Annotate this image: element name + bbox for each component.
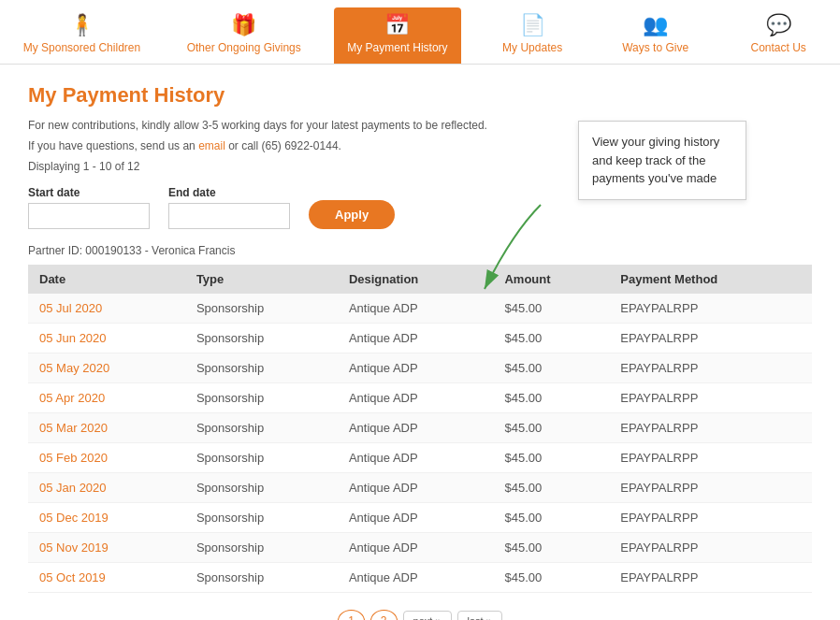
cell-designation: Antique ADP (338, 473, 494, 503)
cell-type: Sponsorship (185, 353, 338, 383)
next-button[interactable]: next » (403, 611, 452, 620)
cell-date: 05 May 2020 (28, 353, 185, 383)
calendar-icon: 📅 (384, 13, 410, 37)
table-row: 05 Nov 2019 Sponsorship Antique ADP $45.… (28, 533, 812, 563)
start-date-label: Start date (28, 186, 150, 199)
cell-amount: $45.00 (493, 294, 609, 324)
cell-designation: Antique ADP (338, 353, 494, 383)
email-link[interactable]: email (198, 139, 225, 152)
apply-button[interactable]: Apply (309, 200, 395, 229)
end-date-input[interactable] (168, 203, 290, 229)
cell-amount: $45.00 (493, 353, 609, 383)
navigation-bar: 🧍 My Sponsored Children 🎁 Other Ongoing … (0, 0, 840, 65)
nav-item-ways-to-give[interactable]: 👥 Ways to Give (604, 7, 707, 64)
cell-type: Sponsorship (185, 503, 338, 533)
cell-type: Sponsorship (185, 533, 338, 563)
nav-item-sponsored-children[interactable]: 🧍 My Sponsored Children (10, 7, 153, 64)
table-row: 05 Oct 2019 Sponsorship Antique ADP $45.… (28, 563, 812, 593)
table-row: 05 Apr 2020 Sponsorship Antique ADP $45.… (28, 383, 812, 413)
cell-amount: $45.00 (493, 533, 609, 563)
page-content: View your giving history and keep track … (0, 65, 840, 620)
cell-amount: $45.00 (493, 443, 609, 473)
cell-method: EPAYPALRPP (609, 443, 812, 473)
payment-table: Date Type Designation Amount Payment Met… (28, 265, 812, 593)
cell-type: Sponsorship (185, 413, 338, 443)
cell-method: EPAYPALRPP (609, 383, 812, 413)
tooltip-box: View your giving history and keep track … (578, 121, 746, 200)
cell-designation: Antique ADP (338, 443, 494, 473)
cell-designation: Antique ADP (338, 503, 494, 533)
chat-icon: 💬 (766, 13, 791, 37)
nav-item-payment-history[interactable]: 📅 My Payment History (334, 7, 460, 64)
table-row: 05 Jun 2020 Sponsorship Antique ADP $45.… (28, 324, 812, 353)
cell-method: EPAYPALRPP (609, 353, 812, 383)
table-row: 05 Jul 2020 Sponsorship Antique ADP $45.… (28, 294, 812, 324)
cell-method: EPAYPALRPP (609, 294, 812, 324)
nav-label-contact-us: Contact Us (750, 41, 805, 54)
pagination: 1 2 next » last » (28, 610, 812, 620)
cell-method: EPAYPALRPP (609, 324, 812, 353)
nav-item-contact-us[interactable]: 💬 Contact Us (727, 7, 830, 64)
cell-designation: Antique ADP (338, 533, 494, 563)
table-row: 05 Feb 2020 Sponsorship Antique ADP $45.… (28, 443, 812, 473)
start-date-input[interactable] (28, 203, 150, 229)
cell-type: Sponsorship (185, 383, 338, 413)
cell-type: Sponsorship (185, 324, 338, 353)
cell-date: 05 Apr 2020 (28, 383, 185, 413)
table-header-row: Date Type Designation Amount Payment Met… (28, 265, 812, 294)
table-row: 05 Jan 2020 Sponsorship Antique ADP $45.… (28, 473, 812, 503)
cell-type: Sponsorship (185, 473, 338, 503)
cell-type: Sponsorship (185, 563, 338, 593)
document-icon: 📄 (520, 13, 545, 37)
cell-date: 05 Jun 2020 (28, 324, 185, 353)
nav-item-my-updates[interactable]: 📄 My Updates (481, 7, 584, 64)
cell-method: EPAYPALRPP (609, 533, 812, 563)
cell-date: 05 Dec 2019 (28, 503, 185, 533)
info-line2-suffix: or call (65) 6922-0144. (225, 139, 341, 152)
table-row: 05 Mar 2020 Sponsorship Antique ADP $45.… (28, 413, 812, 443)
cell-amount: $45.00 (493, 473, 609, 503)
col-header-designation: Designation (338, 265, 494, 294)
cell-designation: Antique ADP (338, 563, 494, 593)
cell-amount: $45.00 (493, 563, 609, 593)
col-header-amount: Amount (493, 265, 609, 294)
cell-date: 05 Nov 2019 (28, 533, 185, 563)
cell-designation: Antique ADP (338, 324, 494, 353)
nav-item-ongoing-givings[interactable]: 🎁 Other Ongoing Givings (174, 7, 314, 64)
start-date-group: Start date (28, 186, 150, 229)
cell-method: EPAYPALRPP (609, 503, 812, 533)
cell-method: EPAYPALRPP (609, 563, 812, 593)
cell-date: 05 Jul 2020 (28, 294, 185, 324)
nav-label-sponsored-children: My Sponsored Children (23, 41, 140, 54)
nav-label-ongoing-givings: Other Ongoing Givings (187, 41, 301, 54)
nav-label-my-updates: My Updates (502, 41, 562, 54)
cell-date: 05 Oct 2019 (28, 563, 185, 593)
cell-type: Sponsorship (185, 443, 338, 473)
page-title: My Payment History (28, 83, 812, 108)
nav-label-ways-to-give: Ways to Give (622, 41, 688, 54)
col-header-payment-method: Payment Method (609, 265, 812, 294)
col-header-date: Date (28, 265, 185, 294)
gift-icon: 🎁 (231, 13, 256, 37)
page-1-button[interactable]: 1 (338, 610, 365, 620)
last-button[interactable]: last » (457, 611, 502, 620)
nav-label-payment-history: My Payment History (347, 41, 447, 54)
info-line2-prefix: If you have questions, send us an (28, 139, 198, 152)
cell-designation: Antique ADP (338, 383, 494, 413)
cell-type: Sponsorship (185, 294, 338, 324)
end-date-group: End date (168, 186, 290, 229)
cell-amount: $45.00 (493, 324, 609, 353)
table-row: 05 May 2020 Sponsorship Antique ADP $45.… (28, 353, 812, 383)
cell-date: 05 Feb 2020 (28, 443, 185, 473)
cell-method: EPAYPALRPP (609, 473, 812, 503)
cell-amount: $45.00 (493, 413, 609, 443)
partner-id: Partner ID: 000190133 - Veronica Francis (28, 244, 812, 257)
cell-designation: Antique ADP (338, 294, 494, 324)
col-header-type: Type (185, 265, 338, 294)
page-2-button[interactable]: 2 (370, 610, 398, 620)
table-row: 05 Dec 2019 Sponsorship Antique ADP $45.… (28, 503, 812, 533)
cell-amount: $45.00 (493, 503, 609, 533)
cell-amount: $45.00 (493, 383, 609, 413)
cell-designation: Antique ADP (338, 413, 494, 443)
cell-date: 05 Jan 2020 (28, 473, 185, 503)
